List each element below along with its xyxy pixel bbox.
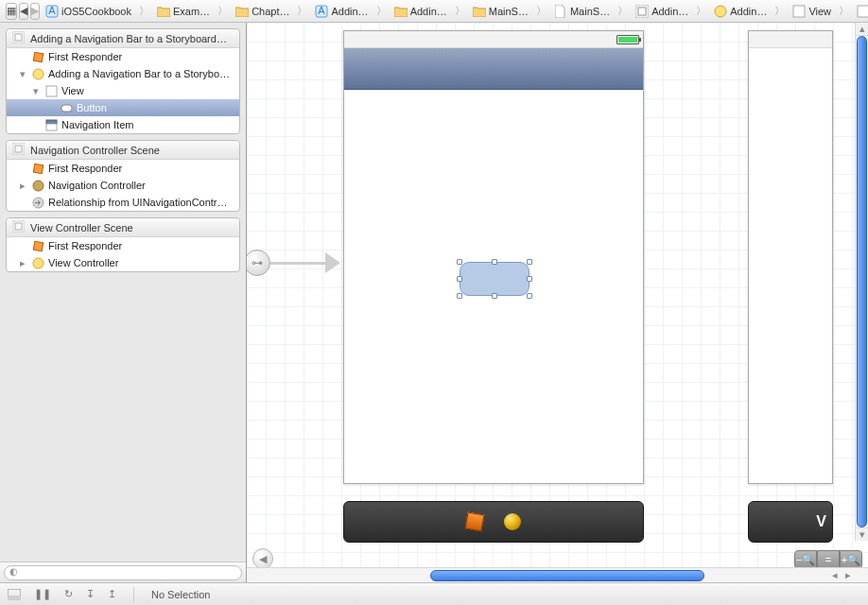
disclosure-triangle-icon[interactable]: ▸ [18,257,27,269]
outline-row-label: First Responder [48,240,122,251]
scene-header[interactable]: View Controller Scene [7,218,239,237]
outline-row-label: Adding a Navigation Bar to a Storybo… [48,68,230,79]
outline-row-navigation-item[interactable]: Navigation Item [7,116,239,133]
breadcrumb-label: Addin… [730,6,767,17]
disclosure-triangle-icon[interactable]: ▾ [18,68,27,80]
view-controller-icon [504,513,521,530]
selection-handle[interactable] [527,259,532,265]
nav-forward-button[interactable]: ▶ [30,3,40,20]
svg-rect-18 [15,146,22,152]
outline-row-label: Navigation Controller [48,180,146,191]
breadcrumb-item[interactable]: A iOS5Cookbook [42,1,135,22]
segue-arrow[interactable]: ⊶ [247,250,340,276]
selection-handle[interactable] [527,293,532,299]
scroll-left-icon[interactable]: ◂ [828,569,842,581]
vertical-scrollbar[interactable]: ▴ ▾ [855,23,868,541]
scene-view-controller[interactable] [343,30,644,484]
breadcrumb-item[interactable]: Exam… [153,1,214,22]
selection-handle[interactable] [457,259,462,265]
scroll-down-icon[interactable]: ▾ [856,527,868,541]
outline-row-view[interactable]: ▾ View [7,82,239,99]
svg-rect-24 [33,241,43,251]
hide-debug-icon[interactable] [8,589,21,600]
selection-handle[interactable] [527,276,532,282]
nav-back-button[interactable]: ◀ [19,3,28,20]
breadcrumb-item[interactable]: Button [853,1,868,22]
zoom-in-button[interactable]: +🔍 [840,550,862,569]
segue-icon [31,196,44,209]
outline-row-relationship[interactable]: Relationship from UINavigationContr… [7,194,239,211]
outline-row-view-controller[interactable]: ▾ Adding a Navigation Bar to a Storybo… [7,65,239,82]
zoom-out-button[interactable]: −🔍 [794,550,817,569]
view-controller-object[interactable] [502,511,523,532]
selection-handle[interactable] [492,293,497,299]
toggle-outline-button[interactable]: ◀ [252,548,273,569]
navigation-bar[interactable] [344,48,643,90]
outline-row-label: Relationship from UINavigationContr… [48,197,228,208]
step-out-icon[interactable]: ↥ [108,588,116,600]
breadcrumb-item[interactable]: View [789,1,835,22]
zoom-controls: −🔍 = +🔍 [794,550,862,569]
uibutton-element[interactable] [460,262,529,296]
pause-icon[interactable]: ❚❚ [34,588,51,600]
scrollbar-thumb[interactable] [857,36,867,527]
outline-row-navigation-controller[interactable]: ▸ Navigation Controller [7,177,239,194]
selection-handle[interactable] [492,259,497,265]
folder-icon [235,5,249,18]
svg-rect-7 [793,6,805,17]
battery-icon [616,35,639,44]
breadcrumb-item[interactable]: Addin… [391,1,451,22]
scene-dock-peek[interactable]: V [748,501,833,543]
selection-handle[interactable] [457,276,462,282]
breadcrumb-item[interactable]: A Addin… [311,1,372,22]
related-items-button[interactable]: ▦ [6,3,17,20]
scene-header[interactable]: Navigation Controller Scene [7,141,239,160]
step-into-icon[interactable]: ↧ [86,588,95,600]
disclosure-triangle-icon[interactable]: ▸ [18,180,27,192]
outline-row-button[interactable]: Button [7,99,239,116]
grid-icon: ▦ [7,5,16,17]
scroll-up-icon[interactable]: ▴ [856,23,868,36]
first-responder-object[interactable] [464,511,485,532]
breadcrumb-separator: 〉 [534,4,548,18]
scene-icon [714,5,727,18]
breadcrumb-item[interactable]: MainS… [469,1,532,22]
svg-point-25 [33,258,43,268]
svg-rect-11 [33,52,43,61]
breadcrumb-separator: 〉 [216,4,230,18]
outline-row-first-responder[interactable]: First Responder [7,160,239,177]
disclosure-triangle-icon[interactable]: ▾ [31,85,41,97]
outline-row-first-responder[interactable]: First Responder [7,237,239,254]
segue-line [270,262,325,265]
breadcrumb-item[interactable]: Addin… [632,1,692,22]
svg-point-6 [715,6,726,17]
scrollbar-thumb[interactable] [430,570,704,581]
view-controller-icon [31,67,44,80]
outline-row-view-controller[interactable]: ▸ View Controller [7,254,239,271]
separator [133,587,134,602]
breadcrumb-item[interactable]: Chapt… [232,1,293,22]
breadcrumb-item[interactable]: MainS… [550,1,614,22]
horizontal-scrollbar[interactable]: ◂ ▸ [247,567,868,582]
outline-row-first-responder[interactable]: First Responder [7,48,239,65]
first-responder-icon [465,512,485,532]
button-icon [60,101,73,114]
segue-source-knob[interactable]: ⊶ [247,250,270,276]
step-over-icon[interactable]: ↻ [64,588,73,600]
selection-handle[interactable] [457,293,462,299]
dock-letter: V [816,513,826,530]
scrollbar-track[interactable] [260,570,828,581]
outline-filter-input[interactable] [4,565,242,580]
storyboard-canvas[interactable]: ⊶ [247,23,868,582]
breadcrumb-item[interactable]: Addin… [710,1,771,22]
breadcrumb-label: iOS5Cookbook [61,6,131,17]
zoom-fit-button[interactable]: = [817,550,840,569]
breadcrumb-separator: 〉 [837,4,851,18]
view-body[interactable] [344,90,643,483]
status-text: No Selection [151,589,210,600]
breadcrumb-label: Exam… [173,6,210,17]
scene-peek[interactable] [748,30,868,484]
scene-dock[interactable] [343,501,644,543]
scroll-right-icon[interactable]: ▸ [842,569,855,581]
scene-header[interactable]: Adding a Navigation Bar to a Storyboard… [7,29,239,48]
